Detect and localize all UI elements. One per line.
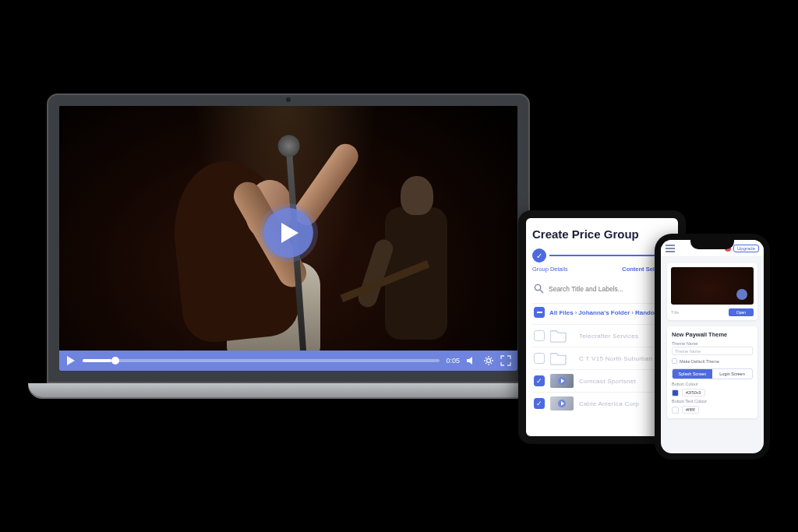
select-all-checkbox[interactable] (534, 307, 545, 318)
video-thumb (550, 374, 574, 388)
list-row[interactable]: ✓ Cable America Corp (532, 392, 672, 414)
preview-title: Title (671, 310, 726, 315)
row-label: Cable America Corp (579, 400, 639, 407)
colour-swatch[interactable] (672, 389, 679, 396)
row-label: Telecrafter Services (579, 333, 638, 340)
upgrade-button[interactable]: Upgrade (733, 245, 759, 252)
seg-login[interactable]: Login Screen (712, 369, 752, 379)
laptop-device: 0:05 (47, 93, 530, 397)
video-player[interactable]: 0:05 (59, 106, 517, 371)
svg-line-4 (540, 290, 543, 293)
play-small-icon[interactable] (65, 355, 76, 366)
colour-swatch[interactable] (672, 407, 679, 414)
phone-device: Upgrade Title Open New Paywall Theme The… (655, 234, 770, 460)
field-label: Button Colour (672, 382, 753, 386)
step-1-dot[interactable] (532, 248, 546, 262)
video-thumb (550, 396, 574, 410)
list-row[interactable]: C T V15 North Suburban (532, 347, 672, 369)
seg-splash[interactable]: Splash Screen (673, 369, 712, 379)
play-button[interactable] (263, 208, 313, 258)
fullscreen-icon[interactable] (500, 355, 511, 366)
section-title: New Paywall Theme (672, 331, 753, 338)
svg-marker-1 (67, 356, 75, 365)
menu-icon[interactable] (666, 245, 675, 252)
folder-icon (550, 351, 574, 365)
page-title: Create Price Group (532, 227, 672, 241)
svg-point-3 (535, 284, 540, 290)
row-label: C T V15 North Suburban (579, 355, 652, 362)
preview-open-button[interactable]: Open (729, 308, 754, 316)
folder-icon (550, 329, 574, 343)
list-row[interactable]: ✓ Comcast Sportsnet (532, 369, 672, 392)
svg-point-2 (487, 359, 491, 363)
play-icon (281, 223, 298, 243)
field-label: Theme Name (672, 341, 753, 346)
camera-icon (286, 97, 291, 102)
breadcrumb-row: All Files›Johanna's Folder›Random (532, 303, 672, 324)
laptop-base (28, 383, 549, 397)
list-row[interactable]: Telecrafter Services (532, 324, 672, 347)
theme-name-input[interactable]: Theme Name (672, 347, 753, 355)
stepper: 2 (532, 248, 672, 262)
video-controls: 0:05 (59, 351, 517, 371)
phone-screen: Upgrade Title Open New Paywall Theme The… (661, 240, 764, 453)
phone-notch (690, 240, 734, 249)
row-checkbox[interactable]: ✓ (534, 398, 545, 409)
settings-icon[interactable] (483, 355, 494, 366)
preview-video[interactable] (671, 267, 754, 305)
colour-hex[interactable]: #ffffff (682, 406, 699, 414)
field-label: Button Text Colour (672, 399, 753, 403)
step-line (549, 255, 655, 256)
time-display: 0:05 (446, 357, 460, 365)
svg-marker-0 (281, 223, 298, 243)
search-icon (534, 284, 544, 294)
theme-form: New Paywall Theme Theme Name Theme Name … (667, 326, 757, 418)
default-theme-checkbox[interactable]: Make Default Theme (672, 358, 753, 364)
breadcrumb[interactable]: All Files›Johanna's Folder›Random (549, 309, 660, 316)
seek-bar[interactable] (83, 359, 440, 362)
screen-segmented[interactable]: Splash Screen Login Screen (672, 368, 753, 379)
search-input[interactable] (549, 285, 670, 293)
row-checkbox[interactable] (534, 353, 545, 364)
colour-hex[interactable]: #2f50c9 (682, 389, 705, 396)
row-checkbox[interactable]: ✓ (534, 375, 545, 386)
volume-icon[interactable] (466, 355, 477, 366)
preview-card: Title Open (667, 263, 757, 320)
laptop-bezel: 0:05 (47, 93, 530, 383)
step-1-label: Group Details (532, 266, 568, 273)
row-checkbox[interactable] (534, 330, 545, 341)
search-container (532, 280, 672, 297)
step-labels: Group Details Content Selection (532, 266, 672, 273)
row-label: Comcast Sportsnet (579, 378, 636, 385)
